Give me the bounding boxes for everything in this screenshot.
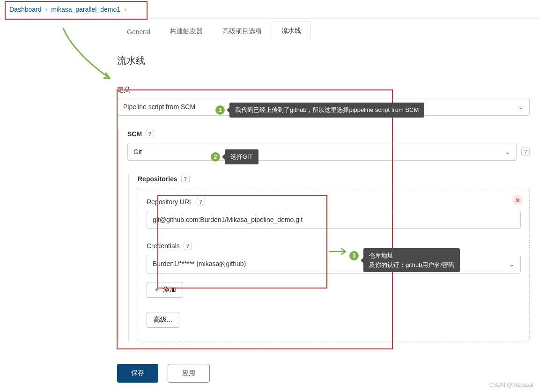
chevron-down-icon: ⌄ bbox=[505, 148, 510, 155]
save-button[interactable]: 保存 bbox=[117, 364, 158, 383]
help-icon[interactable]: ? bbox=[146, 130, 154, 138]
credentials-select[interactable]: Burden1/****** (mikasa的github) ⌄ bbox=[147, 255, 521, 274]
repo-url-label: Repository URL bbox=[147, 198, 193, 206]
breadcrumb: Dashboard › mikasa_parallel_demo1 › bbox=[0, 0, 539, 19]
breadcrumb-dashboard[interactable]: Dashboard bbox=[9, 6, 42, 13]
repo-url-input[interactable] bbox=[147, 211, 521, 229]
annotation-callout-2: 2 选择GIT bbox=[211, 149, 258, 164]
annotation-callout-3: 3 仓库地址 及你的认证：github用户名/密码 bbox=[349, 248, 460, 272]
apply-button[interactable]: 应用 bbox=[168, 364, 210, 383]
callout-badge: 2 bbox=[211, 152, 220, 162]
help-icon[interactable]: ? bbox=[184, 242, 192, 250]
credentials-value: Burden1/****** (mikasa的github) bbox=[153, 260, 246, 268]
help-icon[interactable]: ? bbox=[521, 148, 530, 156]
breadcrumb-project[interactable]: mikasa_parallel_demo1 bbox=[51, 6, 120, 13]
repository-block: ✕ Repository URL ? Credentials ? Burden1… bbox=[138, 188, 530, 341]
add-button-label: 添加 bbox=[163, 286, 176, 294]
callout-badge: 1 bbox=[215, 105, 225, 115]
footer-actions: 保存 应用 bbox=[117, 364, 210, 383]
content-area: 流水线 定义 Pipeline script from SCM ⌄ SCM ? … bbox=[0, 40, 539, 351]
add-credentials-button[interactable]: ＋ 添加 bbox=[147, 282, 183, 298]
config-tabs: General 构建触发器 高级项目选项 流水线 bbox=[0, 19, 539, 40]
scm-label: SCM bbox=[127, 130, 142, 138]
credentials-label: Credentials bbox=[147, 242, 180, 250]
callout-text: 我代码已经上传到了github，所以这里选择pippeline script f… bbox=[229, 103, 424, 118]
page-title: 流水线 bbox=[117, 54, 530, 67]
callout-text: 仓库地址 及你的认证：github用户名/密码 bbox=[363, 248, 460, 272]
help-icon[interactable]: ? bbox=[197, 198, 205, 206]
delete-icon[interactable]: ✕ bbox=[512, 195, 523, 205]
watermark: CSDN @M1kasal bbox=[489, 382, 533, 388]
definition-select-value: Pipeline script from SCM bbox=[123, 103, 195, 111]
plus-icon: ＋ bbox=[154, 286, 160, 294]
scm-select[interactable]: Git ⌄ bbox=[127, 143, 517, 161]
annotation-callout-1: 1 我代码已经上传到了github，所以这里选择pippeline script… bbox=[215, 103, 424, 118]
repositories-label: Repositories bbox=[138, 175, 177, 183]
definition-label: 定义 bbox=[117, 86, 530, 94]
tab-triggers[interactable]: 构建触发器 bbox=[160, 22, 213, 40]
tab-advanced[interactable]: 高级项目选项 bbox=[213, 22, 272, 40]
chevron-down-icon: ⌄ bbox=[509, 260, 515, 268]
chevron-right-icon: › bbox=[124, 6, 126, 13]
help-icon[interactable]: ? bbox=[181, 175, 190, 183]
chevron-down-icon: ⌄ bbox=[518, 103, 524, 111]
scm-select-value: Git bbox=[133, 148, 142, 155]
chevron-right-icon: › bbox=[45, 6, 48, 13]
advanced-button[interactable]: 高级... bbox=[147, 312, 179, 328]
tab-pipeline[interactable]: 流水线 bbox=[272, 22, 311, 40]
callout-badge: 3 bbox=[349, 251, 359, 260]
callout-text: 选择GIT bbox=[225, 149, 258, 164]
tab-general[interactable]: General bbox=[117, 23, 160, 40]
